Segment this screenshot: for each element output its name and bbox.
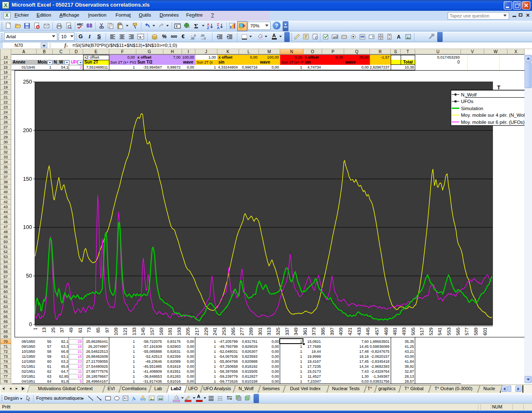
svg-text:,00: ,00 bbox=[190, 37, 195, 40]
svg-text:50: 50 bbox=[26, 273, 32, 279]
svg-text:373: 373 bbox=[311, 327, 316, 335]
svg-text:Moy. mobile sur 4 pér. (N_Wolf: Moy. mobile sur 4 pér. (N_Wolf) bbox=[461, 113, 525, 118]
svg-text:,00: ,00 bbox=[200, 34, 204, 37]
svg-text:ab: ab bbox=[333, 35, 337, 39]
svg-text:445: 445 bbox=[365, 327, 370, 335]
svg-text:0: 0 bbox=[29, 321, 32, 327]
svg-text:157: 157 bbox=[150, 327, 155, 335]
svg-text:385: 385 bbox=[320, 327, 325, 335]
svg-text:181: 181 bbox=[167, 327, 172, 335]
svg-text:37: 37 bbox=[59, 327, 64, 333]
svg-text:421: 421 bbox=[347, 327, 352, 335]
svg-text:289: 289 bbox=[249, 327, 254, 335]
svg-text:Moy. mobile sur 6 pér. (UFOs): Moy. mobile sur 6 pér. (UFOs) bbox=[461, 120, 525, 125]
svg-text:265: 265 bbox=[231, 327, 236, 335]
svg-text:253: 253 bbox=[222, 327, 227, 335]
svg-text:277: 277 bbox=[239, 327, 244, 335]
svg-text:A: A bbox=[124, 396, 126, 400]
svg-text:325: 325 bbox=[276, 327, 281, 335]
svg-text:Σ: Σ bbox=[194, 23, 198, 30]
svg-text:€: € bbox=[176, 25, 178, 28]
svg-text:25: 25 bbox=[51, 327, 56, 333]
svg-text:97: 97 bbox=[105, 327, 110, 333]
svg-text:361: 361 bbox=[303, 327, 308, 335]
svg-text:A: A bbox=[131, 396, 136, 402]
svg-text:A: A bbox=[217, 26, 219, 30]
svg-text:←,0: ←,0 bbox=[190, 34, 196, 37]
svg-text:517: 517 bbox=[419, 327, 424, 335]
svg-text:T: T bbox=[497, 84, 500, 91]
svg-text:241: 241 bbox=[212, 327, 217, 335]
svg-text:200: 200 bbox=[23, 127, 32, 133]
svg-text:229: 229 bbox=[204, 327, 209, 335]
svg-text:a: a bbox=[139, 35, 141, 39]
svg-text:397: 397 bbox=[330, 327, 335, 335]
svg-text:529: 529 bbox=[429, 327, 433, 335]
svg-text:541: 541 bbox=[437, 327, 442, 335]
svg-text:121: 121 bbox=[123, 327, 128, 335]
svg-text:577: 577 bbox=[464, 327, 469, 335]
svg-text:→,0: →,0 bbox=[200, 37, 206, 40]
svg-text:469: 469 bbox=[384, 327, 389, 335]
svg-text:85: 85 bbox=[96, 327, 101, 333]
svg-text:49: 49 bbox=[69, 327, 74, 333]
svg-text:349: 349 bbox=[293, 327, 298, 335]
svg-text:589: 589 bbox=[473, 327, 478, 335]
svg-text:313: 313 bbox=[266, 327, 271, 335]
svg-text:N_Wolf: N_Wolf bbox=[461, 92, 477, 97]
svg-text:133: 133 bbox=[132, 327, 137, 335]
svg-text:150: 150 bbox=[23, 176, 32, 182]
svg-text:505: 505 bbox=[411, 327, 416, 335]
svg-text:565: 565 bbox=[456, 327, 461, 335]
svg-text:109: 109 bbox=[113, 327, 118, 335]
svg-text:169: 169 bbox=[159, 327, 164, 335]
svg-text:493: 493 bbox=[401, 327, 406, 335]
svg-text:250: 250 bbox=[23, 79, 32, 85]
svg-text:UFOs: UFOs bbox=[461, 99, 473, 104]
svg-text:301: 301 bbox=[258, 327, 263, 335]
svg-text:193: 193 bbox=[177, 327, 182, 335]
svg-text:Z: Z bbox=[207, 26, 209, 30]
svg-text:13: 13 bbox=[42, 327, 47, 333]
svg-text:Simulation: Simulation bbox=[461, 106, 483, 111]
svg-text:100: 100 bbox=[23, 224, 32, 230]
svg-text:1: 1 bbox=[33, 327, 38, 330]
svg-text:ABC: ABC bbox=[77, 23, 83, 26]
svg-text:433: 433 bbox=[357, 327, 362, 335]
svg-text:145: 145 bbox=[140, 327, 145, 335]
svg-text:217: 217 bbox=[195, 327, 200, 335]
svg-text:73: 73 bbox=[86, 327, 91, 333]
svg-text:A: A bbox=[397, 34, 401, 40]
svg-text:61: 61 bbox=[78, 327, 83, 333]
svg-text:481: 481 bbox=[392, 327, 397, 335]
svg-text:457: 457 bbox=[374, 327, 379, 335]
svg-text:205: 205 bbox=[185, 327, 190, 335]
svg-text:409: 409 bbox=[338, 327, 343, 335]
svg-text:553: 553 bbox=[446, 327, 451, 335]
svg-text:601: 601 bbox=[483, 327, 488, 335]
svg-text:337: 337 bbox=[285, 327, 290, 335]
